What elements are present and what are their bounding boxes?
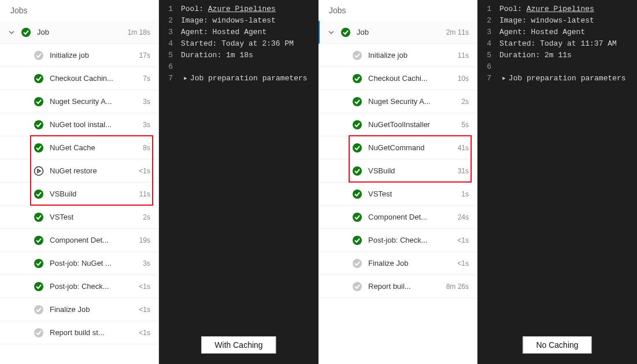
task-row[interactable]: VSBuild31s [318, 159, 477, 183]
log-prep[interactable]: Job preparation parameters [509, 73, 632, 84]
svg-point-18 [353, 120, 362, 129]
task-duration: 41s [458, 144, 469, 152]
neutral-icon [34, 328, 44, 338]
pool-link[interactable]: Azure Pipelines [208, 5, 276, 13]
success-icon [34, 189, 44, 199]
task-row[interactable]: VSTest1s [318, 183, 477, 206]
task-row[interactable]: VSBuild11s [0, 183, 158, 206]
task-row[interactable]: Finalize Job<1s [318, 252, 477, 275]
task-row[interactable]: Report build st...<1s [0, 321, 158, 344]
chevron-down-icon[interactable] [328, 29, 335, 36]
svg-point-13 [34, 328, 43, 337]
success-icon [352, 143, 362, 153]
expand-arrow-icon[interactable]: ▸ [183, 73, 188, 84]
svg-point-21 [353, 190, 362, 199]
success-icon [352, 189, 362, 199]
svg-point-11 [34, 282, 43, 291]
jobs-header: Jobs [0, 0, 158, 21]
log-prep[interactable]: Job preparation parameters [190, 73, 314, 84]
task-label: Checkout Cachin... [50, 74, 134, 83]
task-label: NuGetToolInstaller [368, 120, 452, 129]
svg-point-8 [34, 213, 43, 222]
svg-point-16 [353, 74, 362, 83]
task-row[interactable]: Checkout Cachi...10s [318, 67, 477, 90]
task-label: NuGet restore [50, 166, 129, 175]
success-icon [352, 212, 362, 222]
chevron-down-icon[interactable] [8, 29, 15, 36]
caption-no-caching: No Caching [523, 336, 591, 354]
task-label: Nuget Security A... [50, 97, 134, 106]
success-icon [352, 96, 362, 107]
task-duration: 3s [143, 259, 150, 268]
success-icon [352, 235, 362, 246]
task-row[interactable]: Post-job: Check...<1s [0, 275, 158, 298]
success-icon [34, 120, 44, 130]
task-duration: <1s [139, 167, 150, 175]
task-row[interactable]: VSTest2s [0, 206, 158, 229]
task-row[interactable]: Nuget Security A...3s [0, 90, 158, 113]
task-row[interactable]: NuGetCommand41s [318, 136, 477, 159]
log-agent: Agent: Hosted Agent [181, 27, 314, 38]
jobs-panel-right: Jobs Job 2m 11s Initialize job11sCheckou… [318, 0, 477, 364]
success-icon [352, 73, 362, 84]
neutral-icon [34, 304, 44, 315]
expand-arrow-icon[interactable]: ▸ [502, 73, 506, 84]
task-label: VSBuild [50, 190, 130, 198]
task-label: Finalize Job [368, 259, 448, 268]
task-duration: 1s [461, 190, 469, 198]
neutral-icon [352, 258, 362, 269]
neutral-icon [34, 50, 44, 61]
svg-point-19 [353, 143, 362, 153]
jobs-panel-left: Jobs Job 1m 18s Initialize job17sCheckou… [0, 0, 159, 364]
task-duration: 31s [458, 167, 469, 175]
task-list-right: Initialize job11sCheckout Cachi...10sNug… [318, 44, 477, 298]
svg-point-24 [353, 259, 362, 268]
success-icon [352, 120, 362, 130]
task-row[interactable]: Report buil...8m 26s [318, 275, 477, 298]
task-row[interactable]: Finalize Job<1s [0, 298, 158, 321]
log-panel-left: 1Pool: Azure Pipelines 2Image: windows-l… [159, 0, 318, 364]
task-list-left: Initialize job17sCheckout Cachin...7sNug… [0, 44, 158, 344]
task-duration: 24s [458, 213, 469, 221]
svg-point-0 [21, 28, 31, 37]
task-duration: 10s [458, 75, 469, 83]
job-duration: 2m 11s [446, 28, 469, 36]
task-row[interactable]: Post-job: NuGet ...3s [0, 252, 158, 275]
success-icon [352, 166, 362, 176]
task-duration: 8s [143, 144, 150, 152]
task-duration: 8m 26s [446, 283, 469, 291]
pool-link[interactable]: Azure Pipelines [527, 5, 594, 13]
success-icon [21, 27, 31, 38]
task-row[interactable]: NuGetToolInstaller5s [318, 113, 477, 136]
left-side: Jobs Job 1m 18s Initialize job17sCheckou… [0, 0, 318, 364]
job-row[interactable]: Job 1m 18s [0, 21, 158, 44]
task-row[interactable]: Post-job: Check...<1s [318, 229, 477, 252]
task-row[interactable]: NuGet tool instal...3s [0, 113, 158, 136]
svg-point-6 [35, 166, 43, 175]
task-row[interactable]: Component Det...24s [318, 206, 477, 229]
task-label: Finalize Job [50, 305, 129, 314]
task-label: NuGetCommand [368, 143, 449, 152]
svg-point-22 [353, 213, 362, 222]
svg-point-3 [34, 97, 43, 106]
success-icon [34, 73, 44, 84]
log-started: Started: Today at 2:36 PM [181, 39, 314, 49]
task-duration: 11s [139, 190, 150, 198]
svg-point-2 [34, 74, 43, 83]
task-row[interactable]: NuGet restore<1s [0, 159, 158, 183]
task-duration: <1s [139, 329, 150, 337]
success-icon [340, 27, 351, 38]
task-row[interactable]: Checkout Cachin...7s [0, 67, 158, 90]
task-row[interactable]: Initialize job11s [318, 44, 477, 67]
svg-point-10 [34, 259, 43, 268]
task-duration: 11s [458, 51, 469, 60]
task-label: VSTest [50, 213, 134, 221]
job-row[interactable]: Job 2m 11s [318, 21, 477, 44]
log-agent: Agent: Hosted Agent [499, 27, 632, 38]
task-row[interactable]: Component Det...19s [0, 229, 158, 252]
task-row[interactable]: NuGet Cache8s [0, 136, 158, 159]
task-duration: <1s [457, 236, 469, 244]
task-row[interactable]: Nuget Security A...2s [318, 90, 477, 113]
svg-point-20 [353, 166, 362, 176]
task-row[interactable]: Initialize job17s [0, 44, 158, 67]
